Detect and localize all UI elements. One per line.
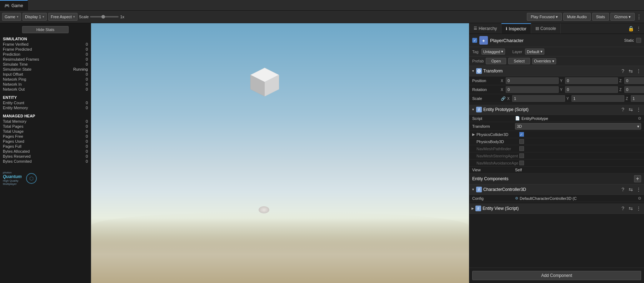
aspect-dropdown-label: Free Aspect	[51, 15, 72, 19]
scale-z-group: Z	[626, 95, 644, 102]
transform-component-header[interactable]: ▼ Transform ? ⇆ ⋮	[469, 66, 644, 76]
physics-body-label: PhysicsBody3D	[476, 140, 519, 144]
rotation-y-group: Y	[560, 86, 618, 93]
managed-heap-section-title: MANAGED HEAP	[0, 113, 91, 119]
gizmos-button[interactable]: Gizmos ▾	[610, 13, 635, 21]
photon-circle-icon: ⬡	[26, 173, 37, 184]
physics-body-checkbox[interactable]	[519, 139, 524, 144]
scale-y-input[interactable]	[571, 95, 624, 102]
navmesh-steering-checkbox[interactable]	[519, 153, 524, 158]
entity-prototype-more-icon[interactable]: ⋮	[635, 106, 642, 113]
navmesh-pathfinder-spacer: ▶	[472, 147, 475, 151]
entity-prototype-collapse-icon[interactable]: ▼	[471, 108, 475, 111]
char-controller-title: CharacterController3D	[483, 187, 618, 192]
display-dropdown[interactable]: Display 1 ▾	[23, 13, 47, 21]
rotation-label: Rotation	[472, 87, 501, 92]
hide-stats-button[interactable]: Hide Stats	[22, 26, 69, 33]
mute-audio-button[interactable]: Mute Audio	[563, 13, 591, 21]
add-component-button[interactable]: Add Component	[472, 271, 641, 280]
entity-view-collapse-icon[interactable]: ▶	[471, 207, 474, 210]
entity-view-help-icon[interactable]: ?	[620, 205, 626, 212]
frame-predicted-label: Frame Predicted	[3, 47, 32, 51]
char-controller-help-icon[interactable]: ?	[620, 186, 626, 193]
play-focused-button[interactable]: Play Focused ▾	[527, 13, 562, 21]
layer-dropdown[interactable]: Default ▾	[525, 49, 544, 55]
static-checkbox[interactable]	[636, 38, 641, 43]
transform-link-icon[interactable]: ⇆	[628, 68, 634, 74]
entity-prototype-header[interactable]: ▼ # Entity Prototype (Script) ? ⇆ ⋮	[469, 105, 644, 115]
static-label: Static	[624, 38, 634, 42]
physics-collider-checkbox[interactable]: ✓	[519, 132, 524, 137]
transform-more-icon[interactable]: ⋮	[635, 68, 642, 74]
char-controller-more-icon[interactable]: ⋮	[635, 186, 642, 193]
object-name: PlayerCharacter	[490, 38, 622, 43]
tab-console[interactable]: ▤ Console	[531, 23, 561, 34]
more-tab-icon[interactable]: ⋮	[636, 26, 641, 31]
lock-tab-icon[interactable]: 🔒	[628, 26, 634, 31]
network-out-label: Network Out	[3, 87, 25, 91]
transform-type-arrow-icon: ▾	[637, 124, 639, 129]
simulate-time-value: 0	[77, 62, 88, 66]
right-panel-tabs: ☰ Hierarchy ℹ Inspector ▤ Console 🔒 ⋮	[469, 23, 644, 34]
rotation-x-input[interactable]	[506, 86, 559, 93]
entity-view-link-icon[interactable]: ⇆	[628, 205, 634, 212]
resimulated-frames-value: 0	[77, 57, 88, 61]
game-dropdown[interactable]: Game ▾	[2, 13, 21, 21]
rotation-z-input[interactable]	[624, 86, 644, 93]
toolbar-more-icon[interactable]: ⋮	[636, 14, 642, 20]
tag-layer-row: Tag Untagged ▾ Layer Default ▾	[469, 47, 644, 56]
prediction-value: 0	[77, 52, 88, 56]
object-active-checkbox[interactable]: ✓	[472, 38, 477, 43]
entity-memory-row: Entity Memory 0	[0, 105, 91, 110]
rotation-y-input[interactable]	[565, 86, 618, 93]
script-target-icon[interactable]: ⊙	[638, 116, 641, 121]
char-controller-link-icon[interactable]: ⇆	[628, 186, 634, 193]
transform-help-icon[interactable]: ?	[620, 68, 626, 74]
view-value: Self	[515, 168, 641, 172]
position-row: Position X Y Z	[469, 76, 644, 85]
tag-label: Tag	[472, 50, 479, 54]
aspect-dropdown[interactable]: Free Aspect ▾	[48, 13, 78, 21]
scale-lock-icon[interactable]: 🔗	[501, 96, 506, 101]
entity-view-header[interactable]: ▶ # Entity View (Script) ? ⇆ ⋮	[469, 203, 644, 214]
inspector-content: ✓ ◈ PlayerCharacter Static Tag Untagged …	[469, 34, 644, 268]
position-y-input[interactable]	[565, 77, 618, 84]
navmesh-avoidance-checkbox[interactable]	[519, 161, 524, 165]
tag-dropdown[interactable]: Untagged ▾	[481, 49, 505, 55]
physics-collider-expand-icon[interactable]: ▶	[472, 132, 475, 136]
tab-game[interactable]: 🎮 Game	[0, 0, 28, 10]
total-memory-row: Total Memory 0	[0, 119, 91, 124]
transform-type-label: Transform	[472, 124, 515, 128]
prefab-open-button[interactable]: Open	[486, 58, 506, 64]
scale-z-input[interactable]	[631, 95, 644, 102]
tab-hierarchy[interactable]: ☰ Hierarchy	[469, 23, 501, 34]
transform-collapse-icon[interactable]: ▼	[471, 69, 475, 73]
navmesh-pathfinder-checkbox[interactable]	[519, 146, 524, 151]
entity-section-title: ENTITY	[0, 95, 91, 100]
config-target-icon[interactable]: ⊙	[638, 196, 641, 201]
right-panel: ☰ Hierarchy ℹ Inspector ▤ Console 🔒 ⋮ ✓	[469, 23, 644, 283]
tab-panel-icons: 🔒 ⋮	[628, 23, 644, 34]
tab-inspector[interactable]: ℹ Inspector	[501, 23, 531, 34]
entity-prototype-link-icon[interactable]: ⇆	[628, 106, 634, 113]
total-pages-row: Total Pages 0	[0, 124, 91, 129]
overrides-dropdown[interactable]: Overrides ▾	[532, 58, 556, 64]
prefab-select-button[interactable]: Select	[508, 58, 530, 64]
char-controller-collapse-icon[interactable]: ▼	[471, 188, 475, 191]
entity-view-more-icon[interactable]: ⋮	[635, 205, 642, 212]
scale-thumb[interactable]	[101, 15, 105, 19]
entity-prototype-actions: ? ⇆ ⋮	[620, 106, 642, 113]
stats-button[interactable]: Stats	[592, 13, 609, 21]
add-entity-component-button[interactable]: +	[634, 175, 641, 182]
char-controller-header[interactable]: ▼ # CharacterController3D ? ⇆ ⋮	[469, 185, 644, 195]
position-z-input[interactable]	[624, 77, 644, 84]
entity-prototype-help-icon[interactable]: ?	[620, 106, 626, 113]
navmesh-avoidance-spacer: ▶	[472, 161, 475, 165]
position-x-input[interactable]	[506, 77, 559, 84]
scale-x-input[interactable]	[512, 95, 565, 102]
console-icon: ▤	[535, 26, 539, 31]
transform-type-dropdown[interactable]: 3D ▾	[515, 123, 641, 130]
navmesh-steering-row: ▶ NavMeshSteeringAgent	[469, 152, 644, 160]
position-fields: X Y Z	[501, 77, 644, 84]
scale-slider[interactable]	[90, 16, 119, 17]
